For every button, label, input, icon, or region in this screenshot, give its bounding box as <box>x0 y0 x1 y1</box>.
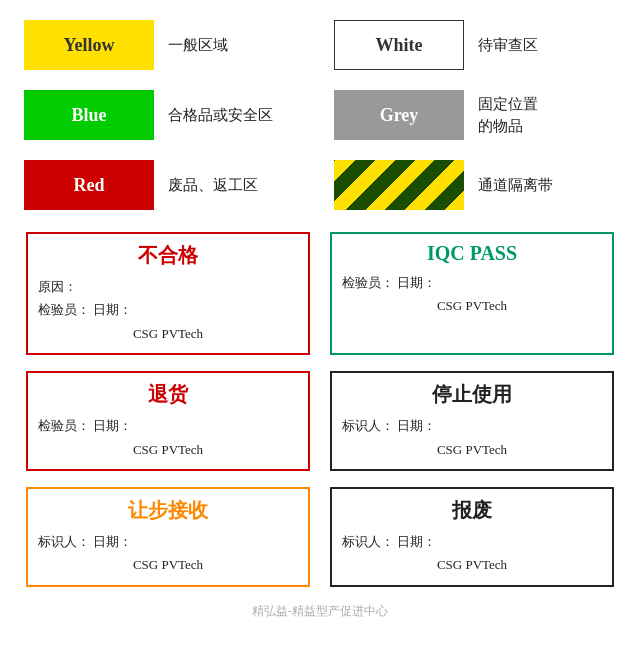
blue-desc: 合格品或安全区 <box>168 104 273 127</box>
red-cell: Red 废品、返工区 <box>10 150 320 220</box>
card1-line2: 检验员： 日期： <box>38 298 298 321</box>
yellow-cell: Yellow 一般区域 <box>10 10 320 80</box>
blue-cell: Blue 合格品或安全区 <box>10 80 320 150</box>
stripe-desc: 通道隔离带 <box>478 174 553 197</box>
card3-title: 退货 <box>38 381 298 408</box>
card-baofei: 报废 标识人： 日期： CSG PVTech <box>330 487 614 587</box>
card1-line1: 原因： <box>38 275 298 298</box>
card6-title: 报废 <box>342 497 602 524</box>
white-label: White <box>376 35 423 56</box>
card2-title: IQC PASS <box>342 242 602 265</box>
card-rangbu: 让步接收 标识人： 日期： CSG PVTech <box>26 487 310 587</box>
card4-line2: CSG PVTech <box>342 438 602 461</box>
card6-line2: CSG PVTech <box>342 553 602 576</box>
cards-section: 不合格 原因： 检验员： 日期： CSG PVTech IQC PASS 检验员… <box>10 220 630 599</box>
card-iqcpass: IQC PASS 检验员： 日期： CSG PVTech <box>330 232 614 355</box>
card5-line2: CSG PVTech <box>38 553 298 576</box>
card5-title: 让步接收 <box>38 497 298 524</box>
grey-label: Grey <box>380 105 419 126</box>
yellow-desc: 一般区域 <box>168 34 228 57</box>
stripe-cell: 通道隔离带 <box>320 150 630 220</box>
card4-line1: 标识人： 日期： <box>342 414 602 437</box>
card-buheге: 不合格 原因： 检验员： 日期： CSG PVTech <box>26 232 310 355</box>
card3-line1: 检验员： 日期： <box>38 414 298 437</box>
grey-cell: Grey 固定位置的物品 <box>320 80 630 150</box>
card3-line2: CSG PVTech <box>38 438 298 461</box>
card1-line3: CSG PVTech <box>38 322 298 345</box>
card1-title: 不合格 <box>38 242 298 269</box>
yellow-label: Yellow <box>64 35 115 56</box>
blue-label: Blue <box>71 105 106 126</box>
color-legend-grid: Yellow 一般区域 White 待审查区 Blue 合格品或安全区 Grey… <box>10 10 630 220</box>
blue-box: Blue <box>24 90 154 140</box>
card5-line1: 标识人： 日期： <box>38 530 298 553</box>
card2-line1: 检验员： 日期： <box>342 271 602 294</box>
red-box: Red <box>24 160 154 210</box>
yellow-box: Yellow <box>24 20 154 70</box>
watermark: 精弘益-精益型产促进中心 <box>10 599 630 622</box>
card6-line1: 标识人： 日期： <box>342 530 602 553</box>
white-cell: White 待审查区 <box>320 10 630 80</box>
grey-box: Grey <box>334 90 464 140</box>
card-tuihuo: 退货 检验员： 日期： CSG PVTech <box>26 371 310 471</box>
card2-line2: CSG PVTech <box>342 294 602 317</box>
card-tingzhi: 停止使用 标识人： 日期： CSG PVTech <box>330 371 614 471</box>
stripe-box <box>334 160 464 210</box>
grey-desc: 固定位置的物品 <box>478 93 538 138</box>
red-label: Red <box>74 175 105 196</box>
card4-title: 停止使用 <box>342 381 602 408</box>
red-desc: 废品、返工区 <box>168 174 258 197</box>
white-box: White <box>334 20 464 70</box>
white-desc: 待审查区 <box>478 34 538 57</box>
